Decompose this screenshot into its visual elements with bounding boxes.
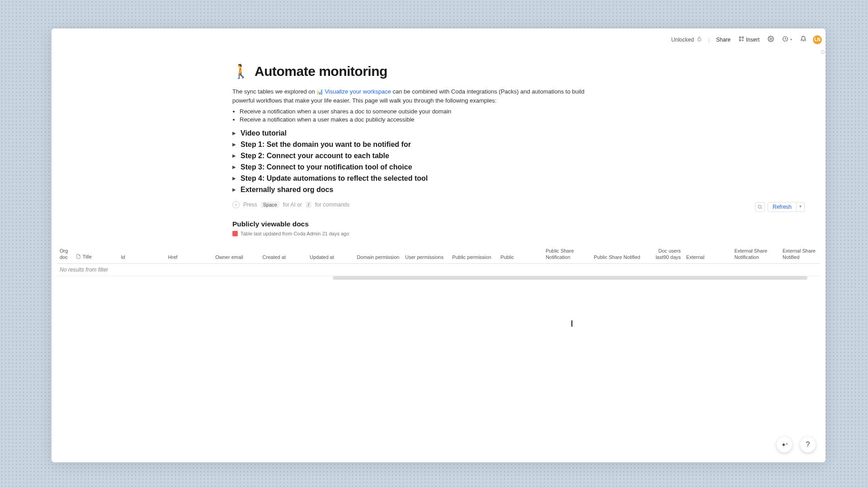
slash-key-hint: / bbox=[306, 202, 311, 208]
search-icon bbox=[757, 204, 763, 210]
table-toolbar: Refresh ▾ bbox=[755, 202, 805, 212]
section-title[interactable]: Publicly viewable docs bbox=[232, 220, 805, 228]
toggle-externally-shared[interactable]: ▶ Externally shared org docs bbox=[232, 186, 805, 194]
ai-assist-button[interactable] bbox=[777, 437, 792, 452]
avatar-initials: LN bbox=[814, 37, 820, 42]
toggle-step2[interactable]: ▶ Step 2: Connect your account to each t… bbox=[232, 152, 805, 160]
col-public-share-notification[interactable]: Public Share Notification bbox=[543, 246, 591, 263]
toggle-label: Step 3: Connect to your notification too… bbox=[241, 163, 412, 171]
toggle-label: Video tutorial bbox=[241, 129, 287, 137]
page-icon[interactable]: 🚶 bbox=[232, 65, 249, 78]
col-owner-email[interactable]: Owner email bbox=[212, 246, 259, 263]
list-item[interactable]: Receive a notification when a user share… bbox=[240, 108, 805, 115]
svg-rect-2 bbox=[742, 37, 743, 38]
col-public[interactable]: Public bbox=[498, 246, 543, 263]
col-org-doc[interactable]: Org doc bbox=[57, 246, 73, 263]
text-cursor bbox=[571, 320, 572, 327]
col-public-permission[interactable]: Public permission bbox=[449, 246, 498, 263]
refresh-button[interactable]: Refresh bbox=[768, 202, 797, 212]
bell-icon bbox=[800, 36, 807, 43]
sync-metadata: Table last updated from Coda Admin 21 da… bbox=[232, 231, 805, 236]
history-button[interactable]: ▾ bbox=[780, 34, 794, 45]
page-header: 🚶 Automate monitoring bbox=[232, 64, 805, 79]
floating-actions: ? bbox=[777, 437, 816, 452]
col-href[interactable]: Href bbox=[165, 246, 212, 263]
col-doc-users-90d[interactable]: Doc users last90 days bbox=[646, 246, 684, 263]
link-emoji-icon: 📊 bbox=[316, 89, 323, 95]
toggle-label: Externally shared org docs bbox=[241, 186, 333, 194]
col-title[interactable]: Title bbox=[73, 246, 118, 263]
svg-point-4 bbox=[770, 38, 772, 40]
no-results-message: No results from filter bbox=[57, 263, 820, 276]
sync-table: Org doc Title Id Href Owner email Create… bbox=[57, 246, 820, 276]
triangle-right-icon: ▶ bbox=[232, 131, 236, 136]
visualize-workspace-link[interactable]: Visualize your workspace bbox=[325, 88, 391, 95]
grid-plus-icon bbox=[739, 36, 744, 43]
col-domain-permission[interactable]: Domain permission bbox=[354, 246, 402, 263]
col-external-share-notified[interactable]: External Share Notified bbox=[780, 246, 820, 263]
publicly-viewable-section: Publicly viewable docs Table last update… bbox=[232, 220, 805, 236]
svg-point-6 bbox=[758, 205, 761, 208]
pack-badge-icon bbox=[232, 231, 238, 236]
user-avatar[interactable]: LN bbox=[813, 35, 822, 44]
col-user-permissions[interactable]: User permissions bbox=[402, 246, 449, 263]
share-button[interactable]: Share bbox=[714, 35, 732, 45]
for-ai-label: for AI or bbox=[283, 202, 302, 208]
toggle-step4[interactable]: ▶ Step 4: Update automations to reflect … bbox=[232, 174, 805, 183]
plus-circle-icon[interactable]: + bbox=[232, 201, 240, 208]
col-external-share-notification[interactable]: External Share Notification bbox=[731, 246, 780, 263]
svg-rect-1 bbox=[739, 37, 741, 38]
toggle-video-tutorial[interactable]: ▶ Video tutorial bbox=[232, 129, 805, 137]
toggle-label: Step 1: Set the domain you want to be no… bbox=[241, 141, 411, 149]
topbar-divider: | bbox=[708, 37, 710, 43]
toggle-label: Step 2: Connect your account to each tab… bbox=[241, 152, 389, 160]
share-label: Share bbox=[716, 37, 731, 43]
intro-paragraph[interactable]: The sync tables we explored on 📊Visualiz… bbox=[232, 87, 594, 105]
intro-pre: The sync tables we explored on bbox=[232, 88, 316, 95]
triangle-right-icon: ▶ bbox=[232, 165, 236, 169]
page-title[interactable]: Automate monitoring bbox=[255, 64, 387, 79]
space-key-hint: Space bbox=[261, 202, 279, 208]
triangle-right-icon: ▶ bbox=[232, 188, 236, 192]
col-title-label: Title bbox=[83, 254, 92, 260]
press-label: Press bbox=[243, 202, 257, 208]
table-search-button[interactable] bbox=[755, 202, 765, 212]
svg-rect-0 bbox=[698, 39, 701, 41]
insert-button[interactable]: Insert bbox=[737, 34, 761, 45]
triangle-right-icon: ▶ bbox=[232, 142, 236, 147]
toggle-label: Step 4: Update automations to reflect th… bbox=[241, 174, 428, 183]
col-updated-at[interactable]: Updated at bbox=[307, 246, 354, 263]
app-window: Unlocked | Share Insert ▾ bbox=[52, 28, 826, 462]
triangle-right-icon: ▶ bbox=[232, 176, 236, 181]
col-id[interactable]: Id bbox=[118, 246, 165, 263]
for-commands-label: for commands bbox=[315, 202, 349, 208]
clock-icon bbox=[782, 36, 788, 43]
toggle-list: ▶ Video tutorial ▶ Step 1: Set the domai… bbox=[232, 129, 805, 194]
sync-meta-text: Table last updated from Coda Admin 21 da… bbox=[241, 231, 349, 236]
unlocked-label: Unlocked bbox=[671, 37, 694, 43]
document-icon bbox=[76, 254, 81, 261]
toggle-step1[interactable]: ▶ Step 1: Set the domain you want to be … bbox=[232, 141, 805, 149]
refresh-dropdown[interactable]: ▾ bbox=[797, 202, 805, 212]
question-mark-icon: ? bbox=[806, 441, 810, 449]
gear-icon bbox=[768, 36, 774, 43]
sparkle-plus-icon bbox=[781, 441, 788, 449]
list-item[interactable]: Receive a notification when a user makes… bbox=[240, 116, 805, 123]
col-external[interactable]: External bbox=[684, 246, 732, 263]
intro-bullets: Receive a notification when a user share… bbox=[240, 108, 805, 123]
settings-button[interactable] bbox=[766, 34, 776, 45]
col-created-at[interactable]: Created at bbox=[260, 246, 307, 263]
unlock-icon bbox=[697, 36, 702, 43]
new-block-placeholder[interactable]: + Press Space for AI or / for commands bbox=[232, 201, 805, 208]
notifications-button[interactable] bbox=[798, 34, 808, 45]
topbar: Unlocked | Share Insert ▾ bbox=[670, 34, 822, 45]
help-button[interactable]: ? bbox=[800, 437, 816, 452]
col-public-share-notified[interactable]: Public Share Notified bbox=[591, 246, 646, 263]
svg-rect-3 bbox=[739, 40, 741, 41]
insert-label: Insert bbox=[746, 37, 760, 43]
horizontal-scrollbar[interactable] bbox=[333, 276, 807, 280]
unlocked-status[interactable]: Unlocked bbox=[670, 34, 704, 45]
toggle-step3[interactable]: ▶ Step 3: Connect to your notification t… bbox=[232, 163, 805, 171]
caret-down-icon: ▾ bbox=[790, 38, 792, 42]
table-empty-row: No results from filter bbox=[57, 263, 820, 276]
